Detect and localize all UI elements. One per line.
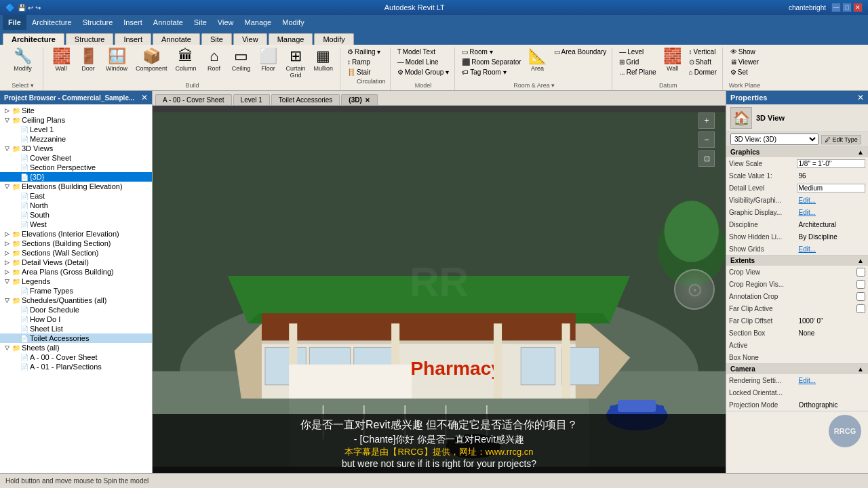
tree-item-elevations-bld[interactable]: ▽ 📁 Elevations (Building Elevation) <box>0 182 152 191</box>
tree-item-level1[interactable]: 📄 Level 1 <box>0 125 152 134</box>
ribbon-btn-level[interactable]: — Level <box>618 47 657 56</box>
ribbon-tab-structure[interactable]: Structure <box>66 33 114 45</box>
close-btn[interactable]: ✕ <box>853 3 863 12</box>
extents-section-header[interactable]: Extents ▲ <box>726 256 868 266</box>
view-type-dropdown[interactable]: 3D View: (3D) <box>730 134 818 145</box>
tab-3d[interactable]: (3D) ✕ <box>341 94 377 105</box>
tree-item-sheets[interactable]: ▽ 📁 Sheets (all) <box>0 343 152 352</box>
tree-item-west[interactable]: 📄 West <box>0 220 152 229</box>
ribbon-btn-wall[interactable]: 🧱 Wall <box>49 47 73 73</box>
menu-annotate[interactable]: Annotate <box>148 15 189 30</box>
ribbon-btn-viewer[interactable]: 🖥 Viewer <box>729 58 760 66</box>
ribbon-btn-area[interactable]: 📐 Area <box>526 47 550 73</box>
ribbon-btn-shaft[interactable]: ⊙ Shaft <box>688 58 718 66</box>
ribbon-btn-room-separator[interactable]: ⬛ Room Separator <box>460 58 522 66</box>
zoom-in-btn[interactable]: + <box>698 113 715 129</box>
menu-modify[interactable]: Modify <box>277 15 309 30</box>
ribbon-btn-ramp[interactable]: ↕ Ramp <box>346 58 386 66</box>
tree-item-coversheet[interactable]: 📄 Cover Sheet <box>0 153 152 163</box>
tab-toilet[interactable]: Toilet Accessories <box>271 94 340 105</box>
ribbon-btn-modify[interactable]: 🔧 Modify <box>11 47 35 73</box>
tree-item-elevations-int[interactable]: ▷ 📁 Elevations (Interior Elevation) <box>0 229 152 239</box>
ribbon-tab-architecture[interactable]: Architecture <box>3 33 64 45</box>
visibility-edit[interactable]: Edit... <box>797 196 866 205</box>
ribbon-btn-room[interactable]: ▭ Room ▾ <box>460 47 522 56</box>
camera-section-header[interactable]: Camera ▲ <box>726 364 868 374</box>
ribbon-btn-floor[interactable]: ⬜ Floor <box>256 47 281 73</box>
ribbon-btn-railing[interactable]: ⚙ Railing ▾ <box>346 47 386 56</box>
properties-close[interactable]: ✕ <box>857 93 864 102</box>
edit-type-btn[interactable]: 🖊 Edit Type <box>821 135 861 144</box>
ribbon-btn-area-boundary[interactable]: ▭ Area Boundary <box>553 47 608 56</box>
detail-level-value[interactable]: Medium <box>797 184 866 192</box>
ribbon-tab-site[interactable]: Site <box>201 33 232 45</box>
tree-item-detail-views[interactable]: ▷ 📁 Detail Views (Detail) <box>0 258 152 267</box>
ribbon-btn-set[interactable]: ⚙ Set <box>729 68 760 77</box>
tree-item-schedules[interactable]: ▽ 📁 Schedules/Quantities (all) <box>0 296 152 305</box>
tree-container[interactable]: ▷ 📁 Site ▽ 📁 Ceiling Plans 📄 Level 1 📄 M… <box>0 104 152 473</box>
ribbon-btn-model-text[interactable]: T Model Text <box>396 47 451 56</box>
ribbon-btn-model-group[interactable]: ⚙ Model Group ▾ <box>396 68 451 77</box>
ribbon-btn-window[interactable]: 🪟 Window <box>103 47 130 73</box>
zoom-out-btn[interactable]: − <box>698 131 715 148</box>
ribbon-btn-mullion[interactable]: ▦ Mullion <box>311 47 336 73</box>
tree-item-south[interactable]: 📄 South <box>0 210 152 220</box>
tree-item-legends[interactable]: ▽ 📁 Legends <box>0 277 152 286</box>
crop-view-checkbox[interactable] <box>856 268 865 277</box>
tab-cover-sheet[interactable]: A - 00 - Cover Sheet <box>155 94 232 105</box>
far-clip-active-checkbox[interactable] <box>856 304 865 313</box>
ribbon-btn-dormer[interactable]: ⌂ Dormer <box>688 68 718 77</box>
ribbon-tab-view[interactable]: View <box>233 33 267 45</box>
ribbon-btn-model-line[interactable]: — Model Line <box>396 58 451 66</box>
ribbon-btn-tag-room[interactable]: 🏷 Tag Room ▾ <box>460 68 522 77</box>
tab-level1[interactable]: Level 1 <box>233 94 270 105</box>
tree-item-frame-types[interactable]: 📄 Frame Types <box>0 286 152 296</box>
tree-item-3d[interactable]: 📄 {3D} <box>0 172 152 182</box>
graphics-section-header[interactable]: Graphics ▲ <box>726 147 868 157</box>
ribbon-btn-wall-datum[interactable]: 🧱 Wall <box>660 47 685 73</box>
ribbon-btn-stair[interactable]: 🪜 Stair <box>346 68 386 77</box>
project-browser-close[interactable]: ✕ <box>141 93 148 102</box>
ribbon-btn-component[interactable]: 📦 Component <box>133 47 170 73</box>
tree-item-3dviews[interactable]: ▽ 📁 3D Views <box>0 144 152 153</box>
tree-item-site[interactable]: ▷ 📁 Site <box>0 106 152 115</box>
rendering-settings-edit[interactable]: Edit... <box>797 376 866 385</box>
menu-architecture[interactable]: Architecture <box>26 15 77 30</box>
menu-manage[interactable]: Manage <box>239 15 277 30</box>
minimize-btn[interactable]: — <box>831 3 841 12</box>
ribbon-btn-column[interactable]: 🏛 Column <box>173 47 199 73</box>
tree-item-a01[interactable]: 📄 A - 01 - Plan/Sections <box>0 362 152 371</box>
tree-item-north[interactable]: 📄 North <box>0 201 152 210</box>
fit-view-btn[interactable]: ⊡ <box>698 150 715 167</box>
tab-3d-close[interactable]: ✕ <box>365 97 370 104</box>
nav-wheel[interactable]: ⊙ <box>674 269 715 310</box>
crop-region-vis-checkbox[interactable] <box>856 280 865 289</box>
menu-view[interactable]: View <box>212 15 239 30</box>
tree-item-mezzanine[interactable]: 📄 Mezzanine <box>0 134 152 144</box>
menu-insert[interactable]: Insert <box>118 15 148 30</box>
show-grids-edit[interactable]: Edit... <box>797 245 866 253</box>
ribbon-tab-modify[interactable]: Modify <box>314 33 353 45</box>
tree-item-east[interactable]: 📄 East <box>0 191 152 201</box>
menu-structure[interactable]: Structure <box>77 15 119 30</box>
ribbon-btn-door[interactable]: 🚪 Door <box>76 47 100 73</box>
tree-item-sections-bld[interactable]: ▷ 📁 Sections (Building Section) <box>0 239 152 248</box>
ribbon-btn-ref-plane[interactable]: ... Ref Plane <box>618 68 657 77</box>
ribbon-tab-manage[interactable]: Manage <box>269 33 313 45</box>
annotation-crop-checkbox[interactable] <box>856 292 865 301</box>
tree-item-ceiling-plans[interactable]: ▽ 📁 Ceiling Plans <box>0 115 152 125</box>
ribbon-btn-vertical[interactable]: ↕ Vertical <box>688 47 718 56</box>
tree-item-sections-wall[interactable]: ▷ 📁 Sections (Wall Section) <box>0 248 152 258</box>
maximize-btn[interactable]: □ <box>842 3 852 12</box>
tree-item-how-do-i[interactable]: 📄 How Do I <box>0 314 152 324</box>
window-controls[interactable]: — □ ✕ <box>831 3 863 12</box>
ribbon-btn-grid[interactable]: ⊞ Grid <box>618 58 657 66</box>
ribbon-btn-roof[interactable]: ⌂ Roof <box>202 47 226 73</box>
ribbon-btn-curtain-grid[interactable]: ⊞ CurtainGrid <box>283 47 309 80</box>
menu-file[interactable]: File <box>3 15 26 30</box>
graphic-display-edit[interactable]: Edit... <box>797 208 866 217</box>
ribbon-tab-annotate[interactable]: Annotate <box>153 33 200 45</box>
tree-item-sheet-list[interactable]: 📄 Sheet List <box>0 324 152 333</box>
menu-site[interactable]: Site <box>189 15 212 30</box>
tree-item-area-plans[interactable]: ▷ 📁 Area Plans (Gross Building) <box>0 267 152 277</box>
